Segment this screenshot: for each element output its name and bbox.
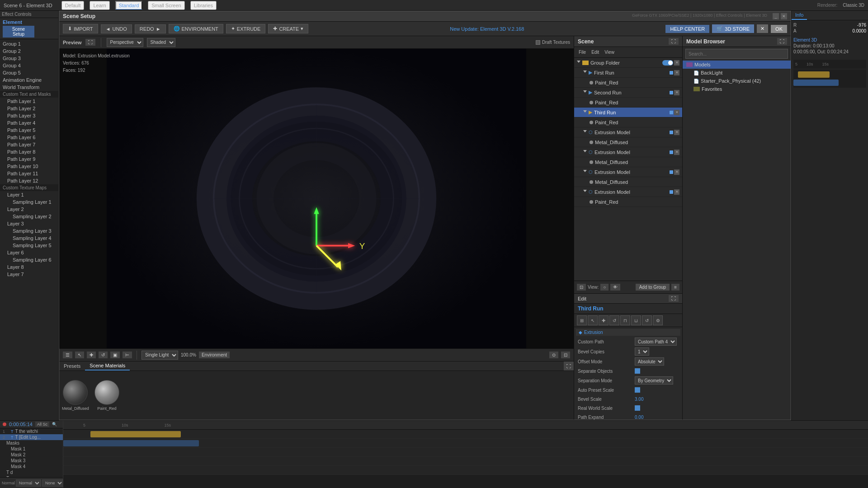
light-mode-select[interactable]: Single Light [142, 351, 178, 360]
ok-btn[interactable]: OK [771, 25, 787, 33]
render-layer-d[interactable]: T d [0, 469, 63, 475]
extrusion-4-vis[interactable] [670, 190, 673, 194]
search-layer-btn[interactable]: 🔍 [52, 422, 57, 427]
view-eye-btn[interactable]: 👁 [610, 284, 620, 291]
blend-mode-select[interactable]: Normal [16, 479, 41, 487]
material-thumb-paint[interactable] [94, 380, 119, 405]
left-item-path6[interactable]: Path Layer 6 [0, 134, 58, 141]
offset-mode-select[interactable]: Absolute [635, 357, 664, 366]
scene-item-extrusion-3[interactable]: ⬡ Extrusion Model ✕ [574, 167, 682, 177]
edit-select-btn[interactable]: ⊞ [577, 315, 587, 325]
scene-item-group-folder[interactable]: Group Folder ✕ [574, 58, 682, 68]
camera-mode-select[interactable]: Perspective [107, 38, 143, 47]
draft-textures-checkbox[interactable] [536, 40, 540, 45]
vp-tool1-btn[interactable]: ☰ [63, 352, 72, 358]
left-item-path8[interactable]: Path Layer 8 [0, 148, 58, 155]
material-thumb-metal[interactable] [63, 380, 88, 405]
model-item-starter-pack[interactable]: 📄 Starter_Pack_Physical (42) [683, 77, 791, 85]
left-item-path9[interactable]: Path Layer 9 [0, 155, 58, 163]
extrusion-1-delete-btn[interactable]: ✕ [674, 130, 679, 135]
left-item-layer8[interactable]: Layer 8 [0, 263, 58, 271]
render-layer-masks[interactable]: Masks [0, 440, 63, 446]
edit-expand-btn[interactable]: ⛶ [669, 295, 679, 302]
separate-objects-checkbox[interactable] [635, 368, 640, 374]
close-btn[interactable]: ✕ [781, 13, 787, 19]
render-layer-mask3[interactable]: Mask 3 [0, 458, 63, 464]
second-run-vis[interactable] [670, 91, 673, 94]
left-item-layer3[interactable]: Layer 3 [0, 220, 58, 227]
scene-item-metal-2[interactable]: Metal_Diffused [574, 157, 682, 167]
edit-rotate-btn[interactable]: ↺ [609, 315, 619, 325]
model-item-backlight[interactable]: 📄 BackLight [683, 69, 791, 77]
extrude-btn[interactable]: ✦ EXTRUDE [226, 24, 266, 33]
nav-tab-default[interactable]: Default [61, 1, 85, 10]
env-btn[interactable]: Environment [199, 352, 230, 358]
nav-tab-learn[interactable]: Learn [90, 1, 109, 10]
custom-text-masks-header[interactable]: Custom Text and Masks [0, 91, 58, 98]
left-item-layer1[interactable]: Layer 1 [0, 191, 58, 198]
group-folder-delete-btn[interactable]: ✕ [674, 60, 679, 66]
view-sphere-btn[interactable]: ○ [600, 284, 609, 291]
auto-preset-checkbox[interactable] [635, 387, 640, 393]
left-item-sampling5[interactable]: Sampling Layer 5 [0, 242, 58, 249]
effect-controls-tab[interactable]: Effect Controls [2, 12, 31, 17]
left-item-path10[interactable]: Path Layer 10 [0, 163, 58, 170]
left-item-group4[interactable]: Group 4 [0, 62, 58, 69]
left-item-group1[interactable]: Group 1 [0, 40, 58, 47]
scene-item-paint-red-3[interactable]: Paint_Red [574, 117, 682, 127]
third-run-delete-btn[interactable]: ✕ [674, 110, 679, 115]
all-sc-btn[interactable]: All Sc [35, 422, 49, 427]
extrusion-2-expand-icon[interactable] [583, 150, 587, 154]
scene-item-metal-1[interactable]: Metal_Diffused [574, 137, 682, 147]
add-to-group-btn[interactable]: Add to Group [636, 284, 670, 291]
first-run-expand-icon[interactable] [583, 70, 587, 75]
group-folder-expand-icon[interactable] [577, 61, 580, 65]
nav-tab-libraries[interactable]: Libraries [190, 1, 217, 10]
viewport-canvas[interactable]: Model: Extrusion Model.extrusion Vertice… [59, 49, 574, 348]
scene-item-extrusion-4[interactable]: ⬡ Extrusion Model ✕ [574, 187, 682, 197]
material-1[interactable]: Metal_Diffused [62, 380, 89, 411]
left-item-sampling3[interactable]: Sampling Layer 3 [0, 227, 58, 235]
left-item-world-transform[interactable]: World Transform [0, 84, 58, 91]
model-item-favorites[interactable]: Favorites [683, 85, 791, 93]
third-run-vis[interactable] [670, 111, 673, 114]
render-mode-select[interactable]: Shaded [147, 38, 175, 47]
extrusion-4-expand-icon[interactable] [583, 190, 587, 194]
left-item-path3[interactable]: Path Layer 3 [0, 112, 58, 119]
extrusion-1-vis[interactable] [670, 131, 673, 134]
scene-thumb-btn[interactable]: ⊡ [577, 284, 586, 291]
extrusion-4-delete-btn[interactable]: ✕ [674, 189, 679, 195]
presets-tab-materials[interactable]: Scene Materials [85, 361, 130, 371]
render-layer-mask2[interactable]: Mask 2 [0, 452, 63, 458]
scene-panel-expand-btn[interactable]: ⛶ [669, 38, 679, 45]
info-tab[interactable]: Info [792, 11, 807, 20]
presets-tab-presets[interactable]: Presets [59, 361, 85, 371]
render-layer-2[interactable]: 2 T T [Edit Log... [0, 434, 63, 440]
minimize-btn[interactable]: _ [773, 13, 779, 19]
vp-tool3-btn[interactable]: ✚ [87, 352, 96, 358]
nav-tab-standard[interactable]: Standard [115, 1, 143, 9]
scene-item-metal-3[interactable]: Metal_Diffused [574, 177, 682, 187]
help-center-btn[interactable]: HELP CENTER [665, 25, 709, 33]
scene-file-btn[interactable]: File [577, 49, 588, 55]
custom-path-select[interactable]: Custom Path 4 [635, 338, 677, 346]
left-item-sampling1[interactable]: Sampling Layer 1 [0, 198, 58, 206]
third-run-expand-icon[interactable] [583, 110, 587, 114]
model-item-models[interactable]: Models [683, 61, 791, 69]
bevel-copies-select[interactable]: 1 [635, 347, 649, 356]
extrusion-2-vis[interactable] [670, 150, 673, 154]
render-layer-mask1[interactable]: Mask 1 [0, 446, 63, 452]
import-btn[interactable]: ⬇ IMPORT [63, 24, 98, 33]
extrusion-3-expand-icon[interactable] [583, 170, 587, 174]
edit-reset-btn[interactable]: ↺ [642, 315, 652, 325]
nav-tab-small-screen[interactable]: Small Screen [148, 1, 184, 10]
left-item-layer2[interactable]: Layer 2 [0, 206, 58, 213]
edit-copy-bevel-btn[interactable]: ⊔ [631, 315, 641, 325]
extrusion-1-expand-icon[interactable] [583, 130, 587, 134]
edit-add-btn[interactable]: ✚ [599, 315, 609, 325]
separation-mode-select[interactable]: By Geometry [635, 376, 673, 385]
left-item-path7[interactable]: Path Layer 7 [0, 141, 58, 148]
real-world-checkbox[interactable] [635, 405, 640, 411]
edit-settings-btn[interactable]: ⚙ [653, 315, 663, 325]
vp-camera-btn[interactable]: ⊡ [561, 352, 570, 358]
